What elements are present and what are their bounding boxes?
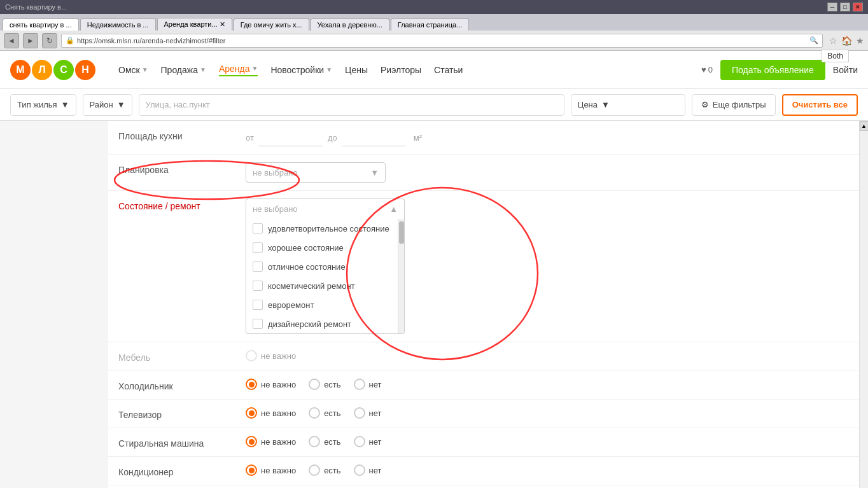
district-label: Район	[90, 100, 113, 109]
tv-option-2[interactable]: нет	[354, 407, 382, 419]
more-filters-label: Еще фильтры	[713, 100, 766, 109]
district-select[interactable]: Район ▼	[83, 94, 132, 116]
logo-h: Н	[75, 60, 95, 80]
refresh-button[interactable]: ↻	[42, 33, 57, 48]
tab-1[interactable]: Недвижимость в ...	[80, 18, 156, 31]
price-select[interactable]: Цена ▼	[571, 94, 685, 116]
close-button[interactable]: ✕	[853, 3, 863, 11]
condition-option-1[interactable]: хорошее состояние	[246, 238, 404, 257]
condition-option-2[interactable]: отличное состояние	[246, 257, 404, 276]
washing-machine-label: Стиральная машина	[118, 436, 246, 449]
tab-bar: снять квартиру в ... Недвижимость в ... …	[0, 14, 868, 31]
fridge-radio-2[interactable]	[354, 379, 365, 390]
kitchen-area-from[interactable]	[259, 129, 323, 146]
nav-city[interactable]: Омск ▼	[118, 65, 148, 75]
condition-checkbox-3[interactable]	[253, 281, 263, 291]
condition-label: Состояние / ремонт	[118, 199, 246, 211]
fridge-label-1: есть	[324, 380, 340, 389]
conditioner-radio-0[interactable]	[246, 464, 257, 476]
price-label: Цена	[578, 100, 598, 109]
nav-rent[interactable]: Аренда ▼	[219, 64, 258, 76]
conditioner-label-0: не важно	[261, 466, 296, 475]
tab-4[interactable]: Уехала в деревню...	[311, 18, 389, 31]
fridge-option-2[interactable]: нет	[354, 379, 382, 390]
washing-machine-radio-group: не важно есть нет	[246, 436, 858, 447]
tv-option-1[interactable]: есть	[309, 407, 340, 419]
washing-radio-0[interactable]	[246, 436, 257, 447]
furniture-radio-0[interactable]	[246, 350, 257, 361]
home-icon[interactable]: 🏠	[841, 36, 852, 46]
condition-option-label-1: хорошее состояние	[268, 243, 344, 253]
tab-0[interactable]: снять квартиру в ...	[3, 18, 79, 31]
nav-right: ♥ 0 Подать объявление Войти	[701, 60, 858, 80]
minimize-button[interactable]: ─	[827, 3, 837, 11]
washing-radio-1[interactable]	[309, 436, 320, 447]
furniture-option-0[interactable]: не важно	[246, 350, 296, 361]
condition-checkbox-4[interactable]	[253, 300, 263, 310]
conditioner-radio-2[interactable]	[354, 464, 365, 476]
tv-radio-1[interactable]	[309, 407, 320, 419]
from-prefix: от	[246, 133, 254, 143]
washing-option-1[interactable]: есть	[309, 436, 340, 447]
tab-2[interactable]: Аренда кварти... ✕	[157, 18, 232, 31]
condition-option-5[interactable]: дизайнерский ремонт	[246, 314, 404, 333]
conditioner-radio-1[interactable]	[309, 464, 320, 476]
layout-label: Планировка	[118, 162, 246, 175]
condition-option-4[interactable]: евроремонт	[246, 295, 404, 314]
washing-option-2[interactable]: нет	[354, 436, 382, 447]
conditioner-row: Кондиционер не важно есть не	[108, 457, 868, 485]
tv-option-0[interactable]: не важно	[246, 407, 296, 419]
property-type-select[interactable]: Тип жилья ▼	[10, 94, 76, 116]
title-bar-text: Снять квартиру в...	[5, 3, 825, 11]
condition-dropdown-container: не выбрано ▲ удовлетворительное состояни…	[246, 199, 405, 334]
tab-5[interactable]: Главная страница...	[391, 18, 470, 31]
more-filters-button[interactable]: ⚙ Еще фильтры	[692, 94, 776, 116]
nav-articles[interactable]: Статьи	[434, 65, 463, 75]
post-ad-button[interactable]: Подать объявление	[720, 60, 825, 80]
both-label: Both	[822, 50, 849, 62]
condition-option-0[interactable]: удовлетворительное состояние	[246, 219, 404, 238]
clear-filters-label: Очистить все	[792, 100, 848, 109]
condition-checkbox-1[interactable]	[253, 242, 263, 253]
fridge-radio-1[interactable]	[309, 379, 320, 390]
nav-prices[interactable]: Цены	[345, 65, 368, 75]
favorites-button[interactable]: ♥ 0	[701, 65, 713, 74]
login-button[interactable]: Войти	[833, 65, 858, 75]
tab-3[interactable]: Где омичу жить х...	[234, 18, 309, 31]
condition-checkbox-2[interactable]	[253, 261, 263, 272]
bookmarks-icon[interactable]: ★	[856, 36, 864, 46]
kitchen-area-to[interactable]	[342, 129, 406, 146]
fridge-option-1[interactable]: есть	[309, 379, 340, 390]
street-input[interactable]: Улица, нас.пункт	[139, 94, 564, 116]
layout-chevron: ▼	[370, 168, 379, 178]
tv-radio-0[interactable]	[246, 407, 257, 419]
right-scrollbar: ▲ ▼	[859, 121, 868, 488]
url-bar[interactable]: 🔒 https://omsk.mlsn.ru/arenda-nedvizhimo…	[61, 34, 823, 48]
condition-checkbox-5[interactable]	[253, 319, 263, 329]
washing-option-0[interactable]: не важно	[246, 436, 296, 447]
maximize-button[interactable]: □	[840, 3, 850, 11]
back-button[interactable]: ◄	[4, 33, 19, 48]
conditioner-option-0[interactable]: не важно	[246, 464, 296, 476]
forward-button[interactable]: ►	[23, 33, 38, 48]
washing-label-1: есть	[324, 437, 340, 447]
star-icon[interactable]: ☆	[829, 36, 837, 46]
condition-checkbox-0[interactable]	[253, 223, 263, 234]
clear-filters-button[interactable]: Очистить все	[782, 94, 858, 116]
conditioner-option-2[interactable]: нет	[354, 464, 382, 476]
fridge-radio-0[interactable]	[246, 379, 257, 390]
nav-realtors[interactable]: Риэлторы	[381, 65, 421, 75]
tv-radio-2[interactable]	[354, 407, 365, 419]
condition-option-3[interactable]: косметический ремонт	[246, 276, 404, 295]
nav-newbuildings[interactable]: Новостройки ▼	[270, 65, 332, 75]
condition-dropdown-header[interactable]: не выбрано ▲	[246, 199, 405, 219]
layout-select[interactable]: не выбрано ▼	[246, 162, 386, 183]
conditioner-option-1[interactable]: есть	[309, 464, 340, 476]
scroll-up-button[interactable]: ▲	[860, 121, 869, 131]
lock-icon: 🔒	[66, 36, 74, 45]
nav-sale[interactable]: Продажа ▼	[161, 65, 206, 75]
furniture-label-0: не важно	[261, 351, 296, 361]
washing-radio-2[interactable]	[354, 436, 365, 447]
fridge-option-0[interactable]: не важно	[246, 379, 296, 390]
dropdown-scrollbar	[398, 219, 404, 333]
